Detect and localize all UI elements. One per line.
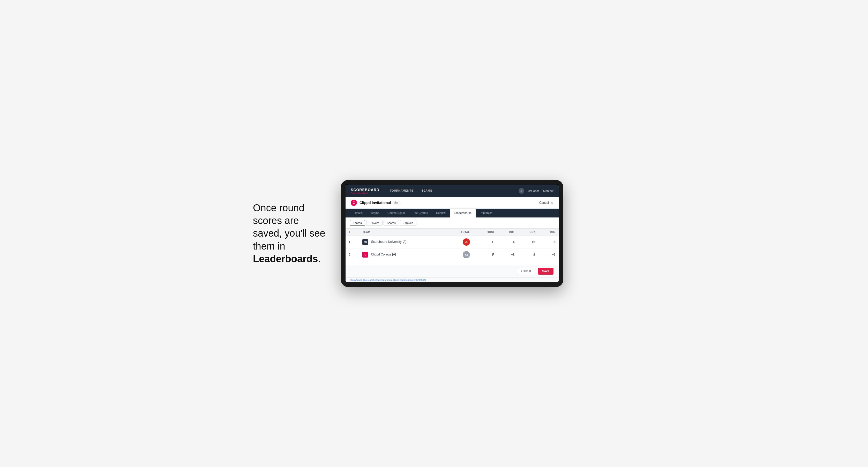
score-badge-1: -5 bbox=[463, 239, 470, 246]
thru-1: F bbox=[473, 236, 497, 249]
sidebar-line3: saved, you'll see bbox=[253, 228, 326, 239]
cancel-button[interactable]: Cancel bbox=[517, 268, 535, 275]
rank-2: 2 bbox=[345, 249, 359, 261]
sub-tab-strokes[interactable]: Strokes bbox=[400, 220, 416, 226]
table-row: 1 SU Scoreboard University [A] -5 F -4 +… bbox=[345, 236, 559, 249]
sidebar-period: . bbox=[318, 253, 321, 264]
tablet-screen: SCOREBOARD Powered by clippd TOURNAMENTS… bbox=[345, 185, 559, 282]
rd2-2: -8 bbox=[518, 249, 538, 261]
rd3-2: +3 bbox=[538, 249, 559, 261]
sub-tab-teams[interactable]: Teams bbox=[350, 220, 365, 226]
tablet-frame: SCOREBOARD Powered by clippd TOURNAMENTS… bbox=[341, 180, 563, 287]
sidebar-text: Once round scores are saved, you'll see … bbox=[253, 202, 326, 266]
total-1: -5 bbox=[446, 236, 473, 249]
page-wrapper: Once round scores are saved, you'll see … bbox=[253, 180, 615, 287]
cancel-x-icon: ✕ bbox=[550, 201, 554, 205]
tournament-icon: C bbox=[351, 199, 357, 206]
tab-leaderboards[interactable]: Leaderboards bbox=[450, 209, 476, 217]
sidebar-bold: Leaderboards bbox=[253, 253, 318, 264]
col-total: TOTAL bbox=[446, 228, 473, 236]
sidebar-line2: scores are bbox=[253, 215, 299, 226]
table-header: # TEAM TOTAL THRU RD1 RD2 RD3 bbox=[345, 228, 559, 236]
leaderboard-table: # TEAM TOTAL THRU RD1 RD2 RD3 1 bbox=[345, 228, 559, 261]
tabs-bar: Details Teams Course Setup Tee Groups Re… bbox=[345, 209, 559, 217]
team-1: SU Scoreboard University [A] bbox=[359, 236, 446, 249]
rd2-1: +5 bbox=[518, 236, 538, 249]
team-name-2: Clippd College [A] bbox=[371, 253, 396, 256]
table-row: 2 C Clippd College [A] +3 F +8 -8 +3 bbox=[345, 249, 559, 261]
rd1-2: +8 bbox=[497, 249, 518, 261]
team-name-1: Scoreboard University [A] bbox=[371, 240, 406, 244]
nav-teams[interactable]: TEAMS bbox=[417, 185, 436, 197]
logo-text: SCOREBOARD bbox=[351, 188, 379, 192]
tab-teams[interactable]: Teams bbox=[367, 209, 383, 217]
leaderboard-content: # TEAM TOTAL THRU RD1 RD2 RD3 1 bbox=[345, 228, 559, 265]
url-text: https://stage-blue-coach.stagescoreboard… bbox=[350, 279, 426, 281]
rd1-1: -4 bbox=[497, 236, 518, 249]
tournament-header: C Clippd Invitational (Men) Cancel ✕ bbox=[345, 197, 559, 209]
col-rd1: RD1 bbox=[497, 228, 518, 236]
score-badge-2: +3 bbox=[463, 251, 470, 258]
team-logo-2: C bbox=[362, 252, 368, 257]
rd3-1: -6 bbox=[538, 236, 559, 249]
sign-out-link[interactable]: Sign out bbox=[543, 189, 554, 192]
user-label: Test User | bbox=[527, 189, 540, 192]
logo-powered: Powered by clippd bbox=[351, 192, 379, 194]
team-logo-1: SU bbox=[362, 239, 368, 245]
total-2: +3 bbox=[446, 249, 473, 261]
col-thru: THRU bbox=[473, 228, 497, 236]
col-rd3: RD3 bbox=[538, 228, 559, 236]
rank-1: 1 bbox=[345, 236, 359, 249]
sub-tabs: Teams Players Scores Strokes bbox=[345, 217, 559, 228]
user-avatar: S bbox=[519, 188, 524, 194]
cancel-header-button[interactable]: Cancel ✕ bbox=[539, 201, 554, 205]
tab-printables[interactable]: Printables bbox=[476, 209, 497, 217]
footer-bar: Cancel Save bbox=[345, 265, 559, 277]
sidebar-line4: them in bbox=[253, 241, 285, 252]
logo-area: SCOREBOARD Powered by clippd bbox=[351, 188, 379, 194]
col-team: TEAM bbox=[359, 228, 446, 236]
tab-results[interactable]: Results bbox=[432, 209, 450, 217]
sub-tab-players[interactable]: Players bbox=[366, 220, 382, 226]
tournament-gender: (Men) bbox=[392, 201, 400, 205]
tournament-name: Clippd Invitational bbox=[360, 201, 391, 205]
save-button[interactable]: Save bbox=[538, 268, 554, 275]
nav-tournaments[interactable]: TOURNAMENTS bbox=[385, 185, 417, 197]
navbar: SCOREBOARD Powered by clippd TOURNAMENTS… bbox=[345, 185, 559, 197]
tab-details[interactable]: Details bbox=[350, 209, 367, 217]
team-2: C Clippd College [A] bbox=[359, 249, 446, 261]
sidebar-line1: Once round bbox=[253, 203, 304, 213]
url-bar: https://stage-blue-coach.stagescoreboard… bbox=[345, 277, 559, 282]
tab-course-setup[interactable]: Course Setup bbox=[383, 209, 409, 217]
nav-links: TOURNAMENTS TEAMS bbox=[385, 185, 436, 197]
col-rd2: RD2 bbox=[518, 228, 538, 236]
sub-tab-scores[interactable]: Scores bbox=[383, 220, 399, 226]
tab-tee-groups[interactable]: Tee Groups bbox=[409, 209, 432, 217]
nav-right: S Test User | Sign out bbox=[519, 188, 554, 194]
thru-2: F bbox=[473, 249, 497, 261]
table-body: 1 SU Scoreboard University [A] -5 F -4 +… bbox=[345, 236, 559, 261]
col-rank: # bbox=[345, 228, 359, 236]
